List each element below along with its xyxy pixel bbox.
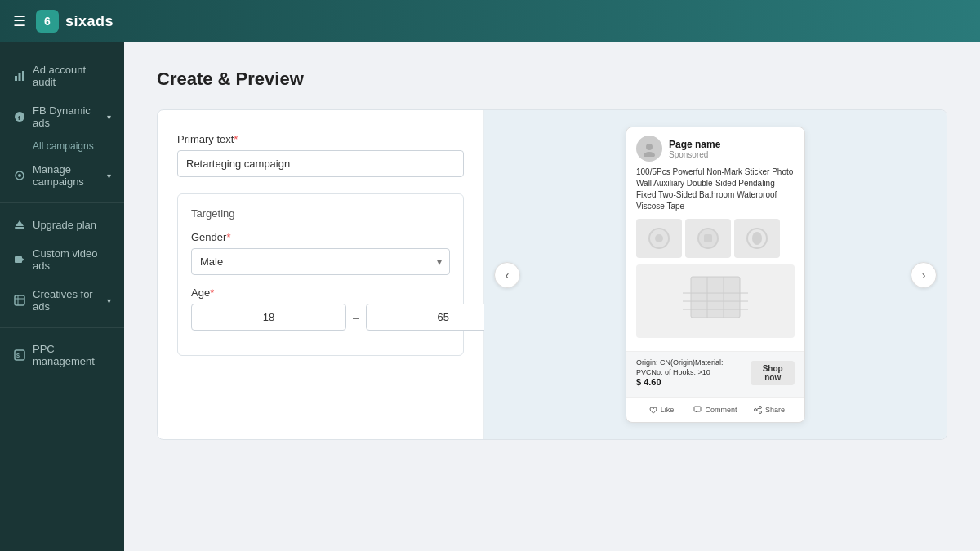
manage-icon [13,169,26,182]
svg-point-23 [752,232,762,245]
logo-text: sixads [65,13,114,30]
preview-prev-button[interactable]: ‹ [494,262,520,288]
card-layout: Primary text* Targeting Gender* Male [157,109,947,440]
fb-comment-label: Comment [705,406,737,414]
svg-rect-30 [694,407,701,411]
primary-text-label: Primary text* [177,133,464,145]
sidebar-item-label: FB Dynamic ads [33,104,100,129]
sidebar-item-custom-video-ads[interactable]: Custom video ads [0,239,124,280]
sidebar-item-creatives-for-ads[interactable]: Creatives for ads ▾ [0,280,124,321]
fb-page-name: Page name [669,139,795,150]
sidebar-item-fb-dynamic-ads[interactable]: f FB Dynamic ads ▾ [0,96,124,137]
fb-product-details: Origin: CN(Origin)Material: PVCNo. of Ho… [626,351,804,397]
hamburger-button[interactable]: ☰ [13,12,26,30]
sidebar-divider [0,202,124,203]
svg-point-16 [646,144,653,150]
fb-page-info: Page name Sponsored [669,139,795,159]
product-image-3 [734,219,780,258]
fb-ad-body: 100/5Pcs Powerful Non-Mark Sticker Photo… [626,167,804,351]
targeting-title: Targeting [191,207,450,220]
gender-select[interactable]: Male Female All [191,248,450,275]
preview-panel: ‹ Page name Sponsored [484,110,947,439]
ppc-icon: $ [13,349,26,362]
fb-comment-button[interactable]: Comment [690,402,741,417]
svg-text:f: f [18,114,20,122]
page-title: Create & Preview [157,69,947,90]
sidebar-item-label: Upgrade plan [33,219,96,231]
targeting-section: Targeting Gender* Male Female All ▾ [177,193,464,356]
svg-point-6 [18,174,21,177]
svg-rect-9 [15,256,22,263]
product-image-2 [685,219,731,258]
fb-shop-now-button[interactable]: Shop now [751,361,795,385]
logo: 6 sixads [36,10,114,33]
main-content: Create & Preview Primary text* Targeting… [124,42,980,551]
sidebar-item-label: Ad account audit [33,64,111,88]
svg-line-34 [756,408,759,410]
avatar [636,136,662,162]
svg-line-35 [756,411,759,412]
sidebar-item-ppc-management[interactable]: $ PPC management [0,335,124,375]
svg-rect-21 [704,234,712,242]
sidebar-item-ad-account-audit[interactable]: Ad account audit [0,56,124,96]
preview-next-button[interactable]: › [911,262,937,288]
chevron-left-icon: ‹ [506,269,510,282]
topbar: ☰ 6 sixads [0,0,980,42]
sidebar-item-manage-campaigns[interactable]: Manage campaigns ▾ [0,155,124,196]
sidebar-divider-2 [0,327,124,328]
age-field-group: Age* – [191,287,450,331]
svg-text:$: $ [16,353,20,359]
svg-marker-10 [22,258,24,261]
svg-rect-0 [15,76,17,81]
svg-rect-24 [691,277,740,318]
fb-share-button[interactable]: Share [744,402,795,417]
chevron-down-icon: ▾ [107,113,111,122]
fb-main-product-image [636,264,795,338]
svg-point-33 [759,411,761,414]
sidebar-sub-label: All campaigns [33,140,94,152]
fb-share-label: Share [765,406,785,414]
svg-rect-7 [15,227,24,229]
chevron-down-icon: ▾ [107,171,111,180]
fb-ad-card: Page name Sponsored 100/5Pcs Powerful No… [626,127,805,423]
chevron-right-icon: › [922,269,926,282]
svg-rect-2 [22,71,24,81]
age-label: Age* [191,287,450,299]
svg-marker-8 [16,220,24,226]
svg-rect-1 [19,73,21,81]
product-image-1 [636,219,682,258]
fb-product-images [636,219,795,258]
sidebar-item-all-campaigns[interactable]: All campaigns [0,137,124,155]
sidebar-item-label: Creatives for ads [33,288,100,313]
gender-select-wrapper: Male Female All ▾ [191,248,450,275]
creative-icon [13,294,26,307]
fb-actions: Like Comment [626,397,804,422]
video-icon [13,253,26,266]
form-panel: Primary text* Targeting Gender* Male [158,110,484,439]
primary-text-field-group: Primary text* [177,133,464,177]
sidebar-item-label: Manage campaigns [33,163,100,188]
fb-icon: f [13,110,26,123]
fb-sponsored-label: Sponsored [669,150,795,159]
fb-ad-header: Page name Sponsored [626,127,804,167]
svg-point-17 [644,152,655,157]
age-min-input[interactable] [191,304,346,331]
sidebar-item-label: Custom video ads [33,247,111,272]
svg-point-19 [655,234,663,242]
sidebar-item-upgrade-plan[interactable]: Upgrade plan [0,210,124,239]
fb-like-button[interactable]: Like [636,402,687,417]
sidebar-item-label: PPC management [33,343,111,367]
age-separator: – [353,311,359,324]
fb-price: $ 4.60 [636,377,751,387]
upgrade-icon [13,218,26,231]
svg-rect-11 [15,295,24,305]
fb-ad-text: 100/5Pcs Powerful Non-Mark Sticker Photo… [636,167,795,212]
svg-point-32 [754,409,756,411]
chart-icon [13,69,26,82]
sidebar: Ad account audit f FB Dynamic ads ▾ All … [0,42,124,551]
age-row: – [191,304,450,331]
logo-icon: 6 [36,10,59,33]
svg-point-31 [759,407,761,409]
primary-text-input[interactable] [177,150,464,177]
chevron-down-icon: ▾ [107,296,111,305]
